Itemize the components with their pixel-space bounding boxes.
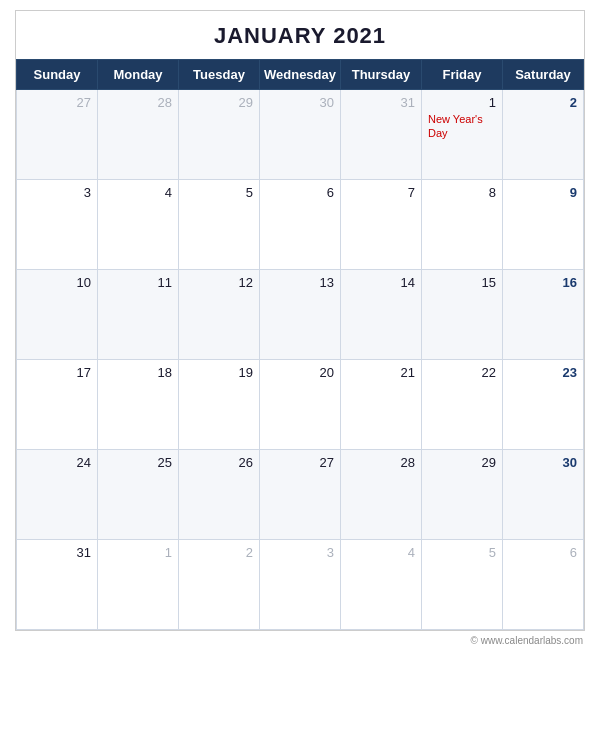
- day-number: 5: [185, 185, 253, 200]
- day-number: 10: [23, 275, 91, 290]
- day-number: 6: [509, 545, 577, 560]
- day-number: 1: [428, 95, 496, 110]
- calendar-cell: 22: [422, 360, 503, 450]
- calendar-cell: 11: [98, 270, 179, 360]
- day-number: 14: [347, 275, 415, 290]
- day-number: 3: [23, 185, 91, 200]
- calendar-cell: 12: [179, 270, 260, 360]
- calendar-cell: 27: [260, 450, 341, 540]
- day-number: 19: [185, 365, 253, 380]
- calendar-cell: 31: [17, 540, 98, 630]
- day-number: 4: [347, 545, 415, 560]
- day-number: 4: [104, 185, 172, 200]
- day-number: 21: [347, 365, 415, 380]
- day-number: 27: [23, 95, 91, 110]
- calendar-cell: 20: [260, 360, 341, 450]
- day-number: 28: [347, 455, 415, 470]
- calendar-cell: 6: [503, 540, 584, 630]
- day-number: 29: [428, 455, 496, 470]
- day-number: 24: [23, 455, 91, 470]
- day-number: 2: [185, 545, 253, 560]
- calendar-cell: 18: [98, 360, 179, 450]
- day-number: 30: [509, 455, 577, 470]
- day-number: 6: [266, 185, 334, 200]
- calendar-cell: 23: [503, 360, 584, 450]
- day-number: 29: [185, 95, 253, 110]
- week-row-3: 17181920212223: [17, 360, 584, 450]
- calendar-cell: 15: [422, 270, 503, 360]
- calendar-cell: 17: [17, 360, 98, 450]
- calendar-grid: SundayMondayTuesdayWednesdayThursdayFrid…: [16, 59, 584, 630]
- day-number: 26: [185, 455, 253, 470]
- calendar-cell: 29: [422, 450, 503, 540]
- calendar-cell: 9: [503, 180, 584, 270]
- day-number: 27: [266, 455, 334, 470]
- week-row-2: 10111213141516: [17, 270, 584, 360]
- calendar-cell: 26: [179, 450, 260, 540]
- day-number: 22: [428, 365, 496, 380]
- calendar-cell: 28: [98, 90, 179, 180]
- calendar-cell: 4: [341, 540, 422, 630]
- calendar-cell: 2: [179, 540, 260, 630]
- calendar-body: 27282930311New Year's Day234567891011121…: [17, 90, 584, 630]
- day-number: 15: [428, 275, 496, 290]
- day-number: 1: [104, 545, 172, 560]
- week-row-4: 24252627282930: [17, 450, 584, 540]
- day-number: 2: [509, 95, 577, 110]
- calendar-cell: 3: [17, 180, 98, 270]
- week-row-0: 27282930311New Year's Day2: [17, 90, 584, 180]
- calendar-title: JANUARY 2021: [16, 11, 584, 59]
- day-number: 8: [428, 185, 496, 200]
- calendar-cell: 21: [341, 360, 422, 450]
- header-day-sunday: Sunday: [17, 60, 98, 90]
- calendar-cell: 5: [179, 180, 260, 270]
- calendar-cell: 30: [260, 90, 341, 180]
- calendar-cell: 3: [260, 540, 341, 630]
- day-number: 16: [509, 275, 577, 290]
- calendar-container: JANUARY 2021 SundayMondayTuesdayWednesda…: [15, 10, 585, 631]
- header-day-tuesday: Tuesday: [179, 60, 260, 90]
- header-day-saturday: Saturday: [503, 60, 584, 90]
- calendar-cell: 2: [503, 90, 584, 180]
- calendar-cell: 30: [503, 450, 584, 540]
- day-number: 30: [266, 95, 334, 110]
- day-number: 17: [23, 365, 91, 380]
- day-number: 28: [104, 95, 172, 110]
- calendar-cell: 27: [17, 90, 98, 180]
- calendar-cell: 7: [341, 180, 422, 270]
- calendar-cell: 1New Year's Day: [422, 90, 503, 180]
- calendar-cell: 1: [98, 540, 179, 630]
- calendar-cell: 16: [503, 270, 584, 360]
- day-number: 9: [509, 185, 577, 200]
- day-number: 18: [104, 365, 172, 380]
- day-number: 13: [266, 275, 334, 290]
- day-number: 11: [104, 275, 172, 290]
- day-number: 20: [266, 365, 334, 380]
- week-row-1: 3456789: [17, 180, 584, 270]
- day-number: 7: [347, 185, 415, 200]
- calendar-cell: 10: [17, 270, 98, 360]
- week-row-5: 31123456: [17, 540, 584, 630]
- calendar-cell: 25: [98, 450, 179, 540]
- day-number: 12: [185, 275, 253, 290]
- calendar-cell: 5: [422, 540, 503, 630]
- calendar-cell: 24: [17, 450, 98, 540]
- calendar-cell: 14: [341, 270, 422, 360]
- calendar-cell: 4: [98, 180, 179, 270]
- calendar-cell: 6: [260, 180, 341, 270]
- calendar-header: SundayMondayTuesdayWednesdayThursdayFrid…: [17, 60, 584, 90]
- calendar-cell: 31: [341, 90, 422, 180]
- day-number: 31: [347, 95, 415, 110]
- header-row: SundayMondayTuesdayWednesdayThursdayFrid…: [17, 60, 584, 90]
- footer-credit: © www.calendarlabs.com: [15, 631, 585, 646]
- day-number: 23: [509, 365, 577, 380]
- calendar-cell: 8: [422, 180, 503, 270]
- day-number: 25: [104, 455, 172, 470]
- header-day-friday: Friday: [422, 60, 503, 90]
- calendar-cell: 13: [260, 270, 341, 360]
- calendar-cell: 29: [179, 90, 260, 180]
- header-day-wednesday: Wednesday: [260, 60, 341, 90]
- header-day-monday: Monday: [98, 60, 179, 90]
- day-number: 3: [266, 545, 334, 560]
- day-number: 31: [23, 545, 91, 560]
